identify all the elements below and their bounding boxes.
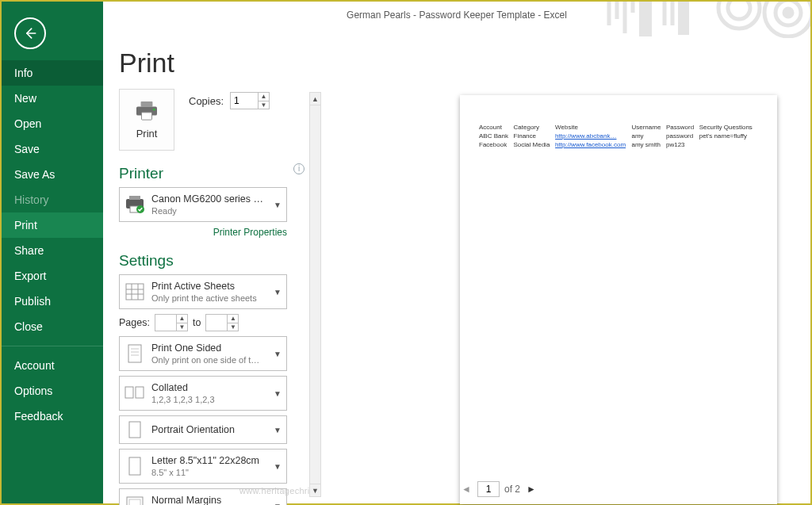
sidebar-item-new[interactable]: New xyxy=(2,86,103,111)
svg-rect-27 xyxy=(128,345,141,362)
svg-rect-36 xyxy=(129,499,140,505)
back-arrow-icon xyxy=(22,25,38,41)
printer-device-icon xyxy=(124,194,145,215)
paper-icon xyxy=(124,456,145,476)
copies-row: Copies: ▲ ▼ xyxy=(189,92,270,109)
pages-from-input[interactable] xyxy=(155,315,176,331)
portrait-icon xyxy=(124,419,145,440)
sidebar-item-saveas[interactable]: Save As xyxy=(2,162,103,187)
sidebar-item-account[interactable]: Account xyxy=(2,353,103,378)
spin-up-icon[interactable]: ▲ xyxy=(228,315,238,323)
decorative-header-graphic xyxy=(604,2,810,38)
setting-scope-dropdown[interactable]: Print Active Sheets Only print the activ… xyxy=(119,274,287,309)
printer-properties-link[interactable]: Printer Properties xyxy=(119,227,287,238)
prev-page-button[interactable]: ◄ xyxy=(460,482,473,496)
pages-to-input[interactable] xyxy=(206,315,227,331)
spin-down-icon[interactable]: ▼ xyxy=(177,323,187,331)
printer-icon xyxy=(135,101,159,121)
printer-dropdown[interactable]: Canon MG6200 series Printer Ready ▼ xyxy=(119,187,287,222)
copies-input[interactable] xyxy=(231,93,258,109)
printer-name: Canon MG6200 series Printer xyxy=(151,193,264,205)
table-row: ABC Bank Finance http://www.abcbank… amy… xyxy=(479,132,758,141)
col-category: Category xyxy=(514,124,556,132)
sidebar-item-feedback[interactable]: Feedback xyxy=(2,404,103,429)
sidebar-item-publish[interactable]: Publish xyxy=(2,289,103,314)
col-password: Password xyxy=(666,124,699,132)
sidebar-item-export[interactable]: Export xyxy=(2,263,103,289)
preview-table: Account Category Website Username Passwo… xyxy=(479,124,758,150)
margins-icon xyxy=(124,495,145,505)
setting-scope-title: Print Active Sheets xyxy=(151,281,264,293)
pages-from-spinner[interactable]: ▲▼ xyxy=(155,314,188,331)
setting-sided-dropdown[interactable]: Print One Sided Only print on one side o… xyxy=(119,336,287,371)
print-button[interactable]: Print xyxy=(119,89,174,151)
svg-point-13 xyxy=(784,9,792,17)
svg-rect-16 xyxy=(142,112,152,119)
copies-up-icon[interactable]: ▲ xyxy=(259,93,269,101)
pages-range-row: Pages: ▲▼ to ▲▼ xyxy=(119,314,309,331)
col-website: Website xyxy=(555,124,631,132)
sidebar-item-share[interactable]: Share xyxy=(2,238,103,263)
pages-to-spinner[interactable]: ▲▼ xyxy=(205,314,239,331)
sidebar-item-info[interactable]: Info xyxy=(2,60,103,86)
chevron-down-icon: ▼ xyxy=(274,201,282,209)
svg-rect-31 xyxy=(125,387,133,398)
page-number-input[interactable] xyxy=(477,481,500,497)
collate-icon xyxy=(124,383,145,404)
copies-label: Copies: xyxy=(189,95,224,107)
sidebar-item-open[interactable]: Open xyxy=(2,111,103,136)
scroll-down-icon[interactable]: ▼ xyxy=(310,484,320,496)
setting-collate-sub: 1,2,3 1,2,3 1,2,3 xyxy=(151,394,264,405)
controls-scrollbar[interactable]: ▲ ▼ xyxy=(309,92,321,497)
sidebar-item-save[interactable]: Save xyxy=(2,136,103,162)
svg-rect-22 xyxy=(126,284,144,300)
settings-heading: Settings xyxy=(119,252,309,270)
sidebar-separator xyxy=(2,346,103,346)
pages-label: Pages: xyxy=(119,317,150,328)
svg-point-9 xyxy=(718,2,760,29)
cell-link: http://www.facebook.com xyxy=(555,141,626,148)
sidebar-item-close[interactable]: Close xyxy=(2,314,103,339)
page-single-icon xyxy=(124,343,145,364)
spin-down-icon[interactable]: ▼ xyxy=(228,323,238,331)
copies-down-icon[interactable]: ▼ xyxy=(259,101,269,109)
sidebar-item-options[interactable]: Options xyxy=(2,378,103,404)
chevron-down-icon: ▼ xyxy=(274,350,282,358)
chevron-down-icon: ▼ xyxy=(274,288,282,296)
next-page-button[interactable]: ► xyxy=(525,482,538,496)
printer-heading: Printer xyxy=(119,165,163,182)
sidebar-item-history: History xyxy=(2,187,103,212)
printer-info-icon[interactable]: i xyxy=(293,163,304,174)
chevron-down-icon: ▼ xyxy=(274,462,282,471)
setting-paper-dropdown[interactable]: Letter 8.5"x11" 22x28cm 8.5" x 11" ▼ xyxy=(119,449,287,484)
svg-rect-33 xyxy=(129,422,140,438)
table-row: Facebook Social Media http://www.faceboo… xyxy=(479,141,758,150)
print-controls: Print Copies: ▲ ▼ Printer i xyxy=(119,89,309,505)
setting-sided-title: Print One Sided xyxy=(151,342,264,354)
svg-point-17 xyxy=(153,108,155,110)
svg-rect-32 xyxy=(136,387,144,398)
spin-up-icon[interactable]: ▲ xyxy=(177,315,187,323)
setting-sided-sub: Only print on one side of the… xyxy=(151,354,264,365)
svg-rect-34 xyxy=(129,457,140,475)
page-navigator: ◄ of 2 ► xyxy=(460,481,538,497)
setting-paper-title: Letter 8.5"x11" 22x28cm xyxy=(151,455,264,467)
setting-scope-sub: Only print the active sheets xyxy=(151,293,264,304)
backstage-sidebar: Info New Open Save Save As History Print… xyxy=(2,2,103,503)
back-button[interactable] xyxy=(14,17,46,49)
app-root: Info New Open Save Save As History Print… xyxy=(0,0,812,505)
scroll-up-icon[interactable]: ▲ xyxy=(310,93,320,105)
printer-status: Ready xyxy=(151,205,264,216)
setting-orientation-dropdown[interactable]: Portrait Orientation ▼ xyxy=(119,415,287,444)
sheets-icon xyxy=(124,281,145,302)
col-account: Account xyxy=(479,124,514,132)
svg-rect-14 xyxy=(141,101,153,106)
backstage-main: German Pearls - Password Keeper Template… xyxy=(103,2,810,503)
svg-rect-19 xyxy=(129,196,140,200)
chevron-down-icon: ▼ xyxy=(274,426,282,434)
chevron-down-icon: ▼ xyxy=(274,389,282,398)
sidebar-item-print[interactable]: Print xyxy=(2,212,103,238)
setting-collate-dropdown[interactable]: Collated 1,2,3 1,2,3 1,2,3 ▼ xyxy=(119,376,287,411)
page-of-label: of 2 xyxy=(504,484,520,495)
copies-spinner[interactable]: ▲ ▼ xyxy=(230,92,270,109)
